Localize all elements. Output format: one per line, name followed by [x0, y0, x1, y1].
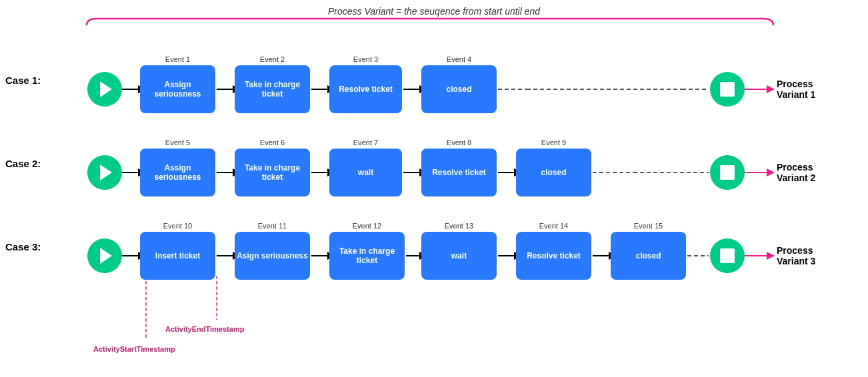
event8-box: Resolve ticket: [421, 149, 497, 196]
event4-label: Event 4: [421, 55, 497, 63]
end-square-3: [720, 248, 735, 263]
event1-box: Assign seriousness: [140, 65, 215, 113]
case1-end: [710, 72, 745, 107]
event3-label: Event 3: [329, 55, 402, 63]
event15-box: closed: [611, 232, 686, 280]
event13-text: wait: [451, 251, 467, 260]
case2-end: [710, 155, 745, 190]
event10-label: Event 10: [140, 222, 215, 230]
event12-text: Take in charge ticket: [329, 246, 405, 265]
event13-label: Event 13: [421, 222, 497, 230]
svg-marker-13: [767, 85, 775, 93]
svg-marker-27: [767, 169, 775, 177]
event9-text: closed: [541, 168, 566, 177]
case2-start: [87, 155, 122, 190]
top-annotation: Process Variant = the seuqence from star…: [80, 5, 788, 17]
diagram-container: Process Variant = the seuqence from star…: [0, 0, 868, 377]
event5-label: Event 5: [140, 139, 215, 147]
end-square-2: [720, 165, 735, 180]
event15-label: Event 15: [611, 222, 686, 230]
event2-box: Take in charge ticket: [235, 65, 310, 113]
annotation-text: Process Variant = the seuqence from star…: [328, 6, 540, 17]
event4-box: closed: [421, 65, 497, 113]
event9-label-container: Event 9: [516, 139, 591, 147]
event6-label-container: Event 6: [235, 139, 310, 147]
variant3-label: Process Variant 3: [777, 245, 815, 266]
event10-box: Insert ticket: [140, 232, 215, 280]
event8-label-container: Event 8: [421, 139, 497, 147]
event9-label: Event 9: [516, 139, 591, 147]
event14-label: Event 14: [516, 222, 591, 230]
event2-label: Event 2: [235, 55, 310, 63]
activity-start-timestamp: ActivityStartTimestamp: [93, 345, 175, 353]
svg-marker-42: [767, 252, 775, 260]
play-icon: [100, 81, 112, 97]
event13-box: wait: [421, 232, 497, 280]
event14-text: Resolve ticket: [527, 251, 581, 260]
event9-box: closed: [516, 149, 591, 196]
event11-label: Event 11: [235, 222, 310, 230]
case2-label: Case 2:: [5, 158, 41, 169]
event14-label-container: Event 14: [516, 222, 591, 230]
event5-text: Assign seriousness: [140, 163, 215, 182]
event8-label: Event 8: [421, 139, 497, 147]
event6-label: Event 6: [235, 139, 310, 147]
event3-text: Resolve ticket: [339, 85, 393, 94]
event3-label-container: Event 3: [329, 55, 402, 63]
event4-label-container: Event 4: [421, 55, 497, 63]
event7-label: Event 7: [329, 139, 402, 147]
event6-text: Take in charge ticket: [235, 163, 310, 182]
activity-end-timestamp: ActivityEndTimestamp: [165, 325, 244, 333]
event5-box: Assign seriousness: [140, 149, 215, 196]
event8-text: Resolve ticket: [432, 168, 486, 177]
event10-text: Insert ticket: [155, 251, 200, 260]
event7-label-container: Event 7: [329, 139, 402, 147]
event3-box: Resolve ticket: [329, 65, 402, 113]
case3-end: [710, 238, 745, 273]
event1-label: Event 1: [140, 55, 215, 63]
event12-label-container: Event 12: [329, 222, 405, 230]
event2-text: Take in charge ticket: [235, 80, 310, 99]
case3-label: Case 3:: [5, 241, 41, 252]
event6-box: Take in charge ticket: [235, 149, 310, 196]
event7-box: wait: [329, 149, 402, 196]
event15-text: closed: [635, 251, 661, 260]
play-icon-2: [100, 165, 112, 181]
case3-start: [87, 238, 122, 273]
variant1-label: Process Variant 1: [777, 79, 815, 100]
variant2-label: Process Variant 2: [777, 162, 815, 183]
case1-label: Case 1:: [5, 75, 41, 86]
event5-label-container: Event 5: [140, 139, 215, 147]
event15-label-container: Event 15: [611, 222, 686, 230]
event1-label-container: Event 1: [140, 55, 215, 63]
event12-box: Take in charge ticket: [329, 232, 405, 280]
event4-text: closed: [446, 85, 471, 94]
event12-label: Event 12: [329, 222, 405, 230]
event11-label-container: Event 11: [235, 222, 310, 230]
event7-text: wait: [358, 168, 373, 177]
event11-box: Asign seriousness: [235, 232, 310, 280]
event10-label-container: Event 10: [140, 222, 215, 230]
end-square: [720, 82, 735, 97]
event13-label-container: Event 13: [421, 222, 497, 230]
case1-start: [87, 72, 122, 107]
play-icon-3: [100, 248, 112, 264]
event2-label-container: Event 2: [235, 55, 310, 63]
event14-box: Resolve ticket: [516, 232, 591, 280]
event1-text: Assign seriousness: [140, 80, 215, 99]
event11-text: Asign seriousness: [237, 251, 308, 260]
